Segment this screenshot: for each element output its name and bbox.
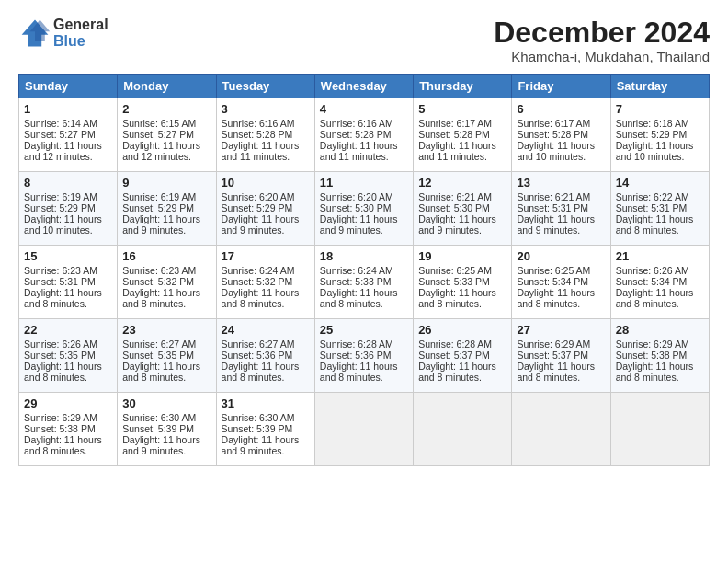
sunrise: Sunrise: 6:21 AM — [517, 191, 590, 202]
sunset: Sunset: 5:27 PM — [122, 129, 194, 140]
daylight: Daylight: 11 hours and 11 minutes. — [222, 140, 300, 162]
daylight: Daylight: 11 hours and 8 minutes. — [616, 287, 694, 309]
table-row: 17Sunrise: 6:24 AMSunset: 5:32 PMDayligh… — [216, 246, 314, 319]
logo: General Blue — [18, 17, 108, 50]
table-row: 31Sunrise: 6:30 AMSunset: 5:39 PMDayligh… — [216, 393, 314, 466]
table-row: 11Sunrise: 6:20 AMSunset: 5:30 PMDayligh… — [314, 172, 413, 246]
day-number: 15 — [24, 249, 112, 263]
daylight: Daylight: 11 hours and 9 minutes. — [320, 213, 398, 236]
sunrise: Sunrise: 6:29 AM — [517, 339, 590, 350]
col-wednesday: Wednesday — [314, 75, 413, 98]
sunrise: Sunrise: 6:30 AM — [222, 412, 295, 423]
sunrise: Sunrise: 6:26 AM — [24, 339, 97, 350]
daylight: Daylight: 11 hours and 12 minutes. — [24, 140, 102, 162]
sunset: Sunset: 5:32 PM — [122, 276, 194, 287]
table-row: 12Sunrise: 6:21 AMSunset: 5:30 PMDayligh… — [414, 172, 512, 246]
table-row: 3Sunrise: 6:16 AMSunset: 5:28 PMDaylight… — [216, 98, 314, 172]
logo-icon — [18, 17, 51, 50]
table-row: 14Sunrise: 6:22 AMSunset: 5:31 PMDayligh… — [610, 172, 709, 246]
daylight: Daylight: 11 hours and 10 minutes. — [517, 140, 595, 162]
daylight: Daylight: 11 hours and 8 minutes. — [24, 434, 102, 456]
table-row: 21Sunrise: 6:26 AMSunset: 5:34 PMDayligh… — [610, 246, 709, 319]
sunrise: Sunrise: 6:26 AM — [616, 265, 689, 276]
day-number: 4 — [320, 102, 408, 116]
table-row: 18Sunrise: 6:24 AMSunset: 5:33 PMDayligh… — [314, 246, 413, 319]
sunset: Sunset: 5:33 PM — [418, 276, 490, 287]
calendar-week-row: 15Sunrise: 6:23 AMSunset: 5:31 PMDayligh… — [19, 246, 710, 319]
sunrise: Sunrise: 6:29 AM — [24, 412, 97, 423]
day-number: 24 — [222, 323, 310, 337]
table-row — [414, 393, 512, 466]
sunset: Sunset: 5:27 PM — [24, 129, 96, 140]
sunset: Sunset: 5:35 PM — [24, 350, 96, 361]
daylight: Daylight: 11 hours and 8 minutes. — [418, 287, 496, 309]
sunset: Sunset: 5:37 PM — [517, 350, 588, 361]
daylight: Daylight: 11 hours and 9 minutes. — [122, 434, 200, 456]
sunrise: Sunrise: 6:29 AM — [616, 339, 689, 350]
calendar-week-row: 22Sunrise: 6:26 AMSunset: 5:35 PMDayligh… — [19, 319, 710, 393]
logo-blue: Blue — [53, 33, 108, 50]
sunset: Sunset: 5:34 PM — [517, 276, 588, 287]
day-number: 29 — [24, 396, 112, 410]
sunrise: Sunrise: 6:27 AM — [122, 339, 196, 350]
sunset: Sunset: 5:37 PM — [418, 350, 490, 361]
sunrise: Sunrise: 6:17 AM — [418, 118, 492, 129]
day-number: 16 — [122, 249, 210, 263]
sunrise: Sunrise: 6:21 AM — [418, 191, 492, 202]
sunset: Sunset: 5:31 PM — [616, 202, 688, 213]
daylight: Daylight: 11 hours and 11 minutes. — [320, 140, 398, 162]
daylight: Daylight: 11 hours and 9 minutes. — [517, 213, 595, 236]
day-number: 8 — [24, 176, 112, 190]
col-saturday: Saturday — [610, 75, 709, 98]
page: General Blue December 2024 Khamcha-i, Mu… — [0, 0, 728, 563]
daylight: Daylight: 11 hours and 8 minutes. — [122, 287, 200, 309]
sunset: Sunset: 5:28 PM — [320, 129, 392, 140]
sunset: Sunset: 5:39 PM — [122, 423, 194, 434]
sunrise: Sunrise: 6:23 AM — [122, 265, 196, 276]
table-row: 23Sunrise: 6:27 AMSunset: 5:35 PMDayligh… — [118, 319, 216, 393]
sunset: Sunset: 5:30 PM — [320, 202, 392, 213]
sunrise: Sunrise: 6:25 AM — [517, 265, 590, 276]
daylight: Daylight: 11 hours and 9 minutes. — [222, 434, 300, 456]
table-row: 15Sunrise: 6:23 AMSunset: 5:31 PMDayligh… — [19, 246, 118, 319]
calendar: Sunday Monday Tuesday Wednesday Thursday… — [18, 74, 710, 466]
table-row — [314, 393, 413, 466]
sunrise: Sunrise: 6:16 AM — [320, 118, 393, 129]
daylight: Daylight: 11 hours and 10 minutes. — [24, 213, 102, 236]
sunset: Sunset: 5:29 PM — [24, 202, 96, 213]
daylight: Daylight: 11 hours and 8 minutes. — [616, 213, 694, 236]
sunrise: Sunrise: 6:22 AM — [616, 191, 689, 202]
table-row: 22Sunrise: 6:26 AMSunset: 5:35 PMDayligh… — [19, 319, 118, 393]
header: General Blue December 2024 Khamcha-i, Mu… — [18, 17, 710, 64]
daylight: Daylight: 11 hours and 9 minutes. — [418, 213, 496, 236]
day-number: 23 — [122, 323, 210, 337]
day-number: 5 — [418, 102, 506, 116]
day-number: 3 — [222, 102, 310, 116]
calendar-header-row: Sunday Monday Tuesday Wednesday Thursday… — [19, 75, 710, 98]
day-number: 1 — [24, 102, 112, 116]
sunrise: Sunrise: 6:18 AM — [616, 118, 689, 129]
day-number: 30 — [122, 396, 210, 410]
table-row: 26Sunrise: 6:28 AMSunset: 5:37 PMDayligh… — [414, 319, 512, 393]
table-row: 13Sunrise: 6:21 AMSunset: 5:31 PMDayligh… — [512, 172, 610, 246]
table-row: 2Sunrise: 6:15 AMSunset: 5:27 PMDaylight… — [118, 98, 216, 172]
sunrise: Sunrise: 6:19 AM — [24, 191, 97, 202]
sunset: Sunset: 5:28 PM — [418, 129, 490, 140]
sunrise: Sunrise: 6:20 AM — [222, 191, 295, 202]
sunrise: Sunrise: 6:24 AM — [222, 265, 295, 276]
sunrise: Sunrise: 6:30 AM — [122, 412, 196, 423]
day-number: 6 — [517, 102, 605, 116]
sunset: Sunset: 5:38 PM — [616, 350, 688, 361]
day-number: 22 — [24, 323, 112, 337]
sunset: Sunset: 5:34 PM — [616, 276, 688, 287]
location: Khamcha-i, Mukdahan, Thailand — [494, 49, 710, 64]
table-row: 16Sunrise: 6:23 AMSunset: 5:32 PMDayligh… — [118, 246, 216, 319]
daylight: Daylight: 11 hours and 8 minutes. — [222, 361, 300, 383]
table-row: 8Sunrise: 6:19 AMSunset: 5:29 PMDaylight… — [19, 172, 118, 246]
sunrise: Sunrise: 6:24 AM — [320, 265, 393, 276]
day-number: 28 — [616, 323, 704, 337]
table-row: 5Sunrise: 6:17 AMSunset: 5:28 PMDaylight… — [414, 98, 512, 172]
sunset: Sunset: 5:33 PM — [320, 276, 392, 287]
sunset: Sunset: 5:39 PM — [222, 423, 293, 434]
day-number: 19 — [418, 249, 506, 263]
